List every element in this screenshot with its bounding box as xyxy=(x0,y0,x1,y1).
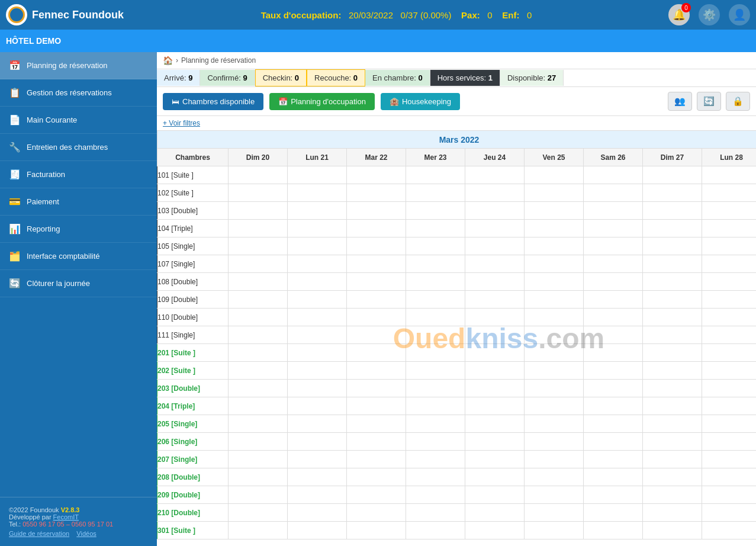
day-cell[interactable] xyxy=(584,415,643,433)
sidebar-item-facturation[interactable]: 🧾 Facturation xyxy=(0,161,157,188)
day-cell[interactable] xyxy=(584,344,643,362)
day-cell[interactable] xyxy=(584,397,643,415)
day-cell[interactable] xyxy=(347,255,406,273)
day-cell[interactable] xyxy=(702,166,757,184)
day-cell[interactable] xyxy=(465,344,525,362)
day-cell[interactable] xyxy=(347,468,406,486)
day-cell[interactable] xyxy=(406,344,465,362)
day-cell[interactable] xyxy=(525,522,584,539)
day-cell[interactable] xyxy=(643,451,702,468)
day-cell[interactable] xyxy=(643,433,702,451)
day-cell[interactable] xyxy=(229,220,288,237)
day-cell[interactable] xyxy=(288,273,347,291)
day-cell[interactable] xyxy=(465,397,525,415)
day-cell[interactable] xyxy=(406,184,465,202)
day-cell[interactable] xyxy=(525,291,584,309)
day-cell[interactable] xyxy=(288,522,347,539)
day-cell[interactable] xyxy=(288,504,347,522)
guide-link[interactable]: Guide de réservation xyxy=(9,530,69,537)
day-cell[interactable] xyxy=(465,433,525,451)
day-cell[interactable] xyxy=(347,220,406,237)
refresh-button[interactable]: 🔄 xyxy=(697,92,721,111)
day-cell[interactable] xyxy=(584,468,643,486)
day-cell[interactable] xyxy=(525,184,584,202)
table-row[interactable]: 209 [Double] xyxy=(157,486,757,504)
planning-grid[interactable]: Ouedkniss.com Mars 2022 Chambres Dim 20 … xyxy=(157,130,756,546)
day-cell[interactable] xyxy=(347,451,406,468)
day-cell[interactable] xyxy=(525,486,584,504)
day-cell[interactable] xyxy=(288,451,347,468)
day-cell[interactable] xyxy=(584,380,643,397)
day-cell[interactable] xyxy=(525,309,584,326)
day-cell[interactable] xyxy=(525,468,584,486)
day-cell[interactable] xyxy=(465,202,525,220)
day-cell[interactable] xyxy=(584,237,643,255)
day-cell[interactable] xyxy=(347,433,406,451)
day-cell[interactable] xyxy=(643,362,702,380)
table-row[interactable]: 111 [Single] xyxy=(157,326,757,344)
day-cell[interactable] xyxy=(584,362,643,380)
day-cell[interactable] xyxy=(465,291,525,309)
day-cell[interactable] xyxy=(465,486,525,504)
day-cell[interactable] xyxy=(465,237,525,255)
table-row[interactable]: 301 [Suite ] xyxy=(157,522,757,539)
day-cell[interactable] xyxy=(643,273,702,291)
day-cell[interactable] xyxy=(406,433,465,451)
day-cell[interactable] xyxy=(288,184,347,202)
day-cell[interactable] xyxy=(347,202,406,220)
day-cell[interactable] xyxy=(229,326,288,344)
day-cell[interactable] xyxy=(406,362,465,380)
day-cell[interactable] xyxy=(288,415,347,433)
day-cell[interactable] xyxy=(465,326,525,344)
day-cell[interactable] xyxy=(288,433,347,451)
day-cell[interactable] xyxy=(347,237,406,255)
day-cell[interactable] xyxy=(347,184,406,202)
day-cell[interactable] xyxy=(406,309,465,326)
day-cell[interactable] xyxy=(525,344,584,362)
day-cell[interactable] xyxy=(702,522,757,539)
day-cell[interactable] xyxy=(347,380,406,397)
day-cell[interactable] xyxy=(584,220,643,237)
day-cell[interactable] xyxy=(525,255,584,273)
day-cell[interactable] xyxy=(702,362,757,380)
day-cell[interactable] xyxy=(229,166,288,184)
day-cell[interactable] xyxy=(347,326,406,344)
day-cell[interactable] xyxy=(643,486,702,504)
day-cell[interactable] xyxy=(229,309,288,326)
day-cell[interactable] xyxy=(465,415,525,433)
day-cell[interactable] xyxy=(643,220,702,237)
filter-link[interactable]: + Voir filtres xyxy=(157,116,756,130)
day-cell[interactable] xyxy=(643,380,702,397)
day-cell[interactable] xyxy=(465,220,525,237)
day-cell[interactable] xyxy=(465,504,525,522)
sidebar-item-cloture[interactable]: 🔄 Clôturer la journée xyxy=(0,270,157,297)
day-cell[interactable] xyxy=(525,220,584,237)
day-cell[interactable] xyxy=(702,220,757,237)
day-cell[interactable] xyxy=(406,291,465,309)
day-cell[interactable] xyxy=(229,468,288,486)
day-cell[interactable] xyxy=(288,220,347,237)
day-cell[interactable] xyxy=(584,451,643,468)
day-cell[interactable] xyxy=(702,202,757,220)
day-cell[interactable] xyxy=(406,522,465,539)
day-cell[interactable] xyxy=(643,326,702,344)
day-cell[interactable] xyxy=(347,291,406,309)
day-cell[interactable] xyxy=(702,486,757,504)
day-cell[interactable] xyxy=(643,255,702,273)
day-cell[interactable] xyxy=(465,255,525,273)
table-row[interactable]: 108 [Double] xyxy=(157,273,757,291)
day-cell[interactable] xyxy=(347,486,406,504)
day-cell[interactable] xyxy=(702,380,757,397)
day-cell[interactable] xyxy=(702,433,757,451)
table-row[interactable]: 102 [Suite ] xyxy=(157,184,757,202)
table-row[interactable]: 103 [Double] xyxy=(157,202,757,220)
add-user-icon-button[interactable]: 👥 xyxy=(668,92,692,111)
day-cell[interactable] xyxy=(702,237,757,255)
day-cell[interactable] xyxy=(702,255,757,273)
day-cell[interactable] xyxy=(465,166,525,184)
sidebar-item-reporting[interactable]: 📊 Reporting xyxy=(0,216,157,243)
day-cell[interactable] xyxy=(347,166,406,184)
day-cell[interactable] xyxy=(406,220,465,237)
table-row[interactable]: 107 [Single] xyxy=(157,255,757,273)
day-cell[interactable] xyxy=(229,504,288,522)
